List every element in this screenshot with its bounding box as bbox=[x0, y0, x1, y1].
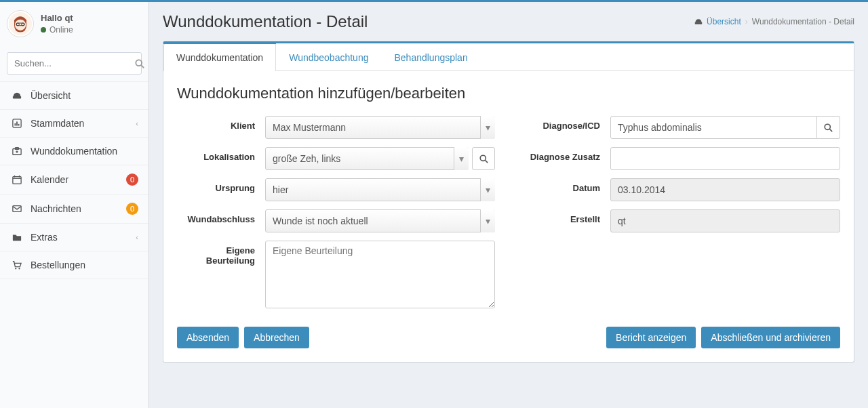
panel: Wunddokumentation Wundbeobachtung Behand… bbox=[163, 41, 854, 363]
kalender-badge: 0 bbox=[126, 174, 138, 186]
svg-rect-11 bbox=[18, 124, 20, 126]
search-icon bbox=[824, 123, 833, 132]
abschliessen-archivieren-button[interactable]: Abschließen und archivieren bbox=[701, 327, 840, 348]
svg-line-25 bbox=[830, 129, 833, 131]
sidebar-search bbox=[0, 45, 149, 81]
tab-wunddokumentation[interactable]: Wunddokumentation bbox=[163, 43, 276, 71]
folder-icon bbox=[10, 232, 24, 242]
nav-uebersicht[interactable]: Übersicht bbox=[0, 82, 149, 109]
abbrechen-button[interactable]: Abbrechen bbox=[244, 327, 309, 348]
chevron-left-icon: ‹ bbox=[136, 233, 138, 241]
lokalisation-search-button[interactable] bbox=[472, 147, 495, 170]
svg-point-24 bbox=[825, 124, 830, 129]
svg-point-20 bbox=[18, 268, 20, 269]
sidebar-nav: Übersicht Stammdaten ‹ Wunddokumentation… bbox=[0, 81, 149, 279]
select-lokalisation[interactable]: große Zeh, links bbox=[265, 147, 469, 170]
nav-nachrichten[interactable]: Nachrichten 0 bbox=[0, 195, 149, 223]
select-ursprung[interactable]: hier bbox=[265, 178, 495, 201]
breadcrumb-home[interactable]: Übersicht bbox=[707, 17, 741, 26]
label-ursprung: Ursprung bbox=[177, 178, 265, 193]
svg-point-22 bbox=[480, 155, 486, 161]
chevron-left-icon: ‹ bbox=[136, 119, 138, 127]
dashboard-icon bbox=[10, 91, 24, 100]
label-diagnose: Diagnose/ICD bbox=[522, 116, 610, 131]
select-klient[interactable]: Max Mustermann bbox=[265, 116, 495, 139]
svg-line-6 bbox=[141, 65, 144, 68]
input-datum[interactable] bbox=[610, 178, 840, 201]
calendar-icon bbox=[10, 175, 24, 184]
page-title: Wunddokumentation - Detail bbox=[163, 12, 368, 31]
content-header: Wunddokumentation - Detail Übersicht › W… bbox=[149, 2, 868, 41]
bar-chart-icon bbox=[10, 119, 24, 128]
search-input[interactable] bbox=[7, 53, 135, 74]
search-button[interactable] bbox=[135, 53, 144, 74]
nav-bestellungen[interactable]: Bestellungen bbox=[0, 251, 149, 279]
input-diagnose-zusatz[interactable] bbox=[610, 147, 840, 170]
diagnose-search-button[interactable] bbox=[817, 116, 840, 139]
label-eigene-beurteilung: Eigene Beurteilung bbox=[177, 241, 265, 266]
label-datum: Datum bbox=[522, 178, 610, 193]
label-klient: Klient bbox=[177, 116, 265, 131]
textarea-eigene-beurteilung[interactable] bbox=[265, 241, 495, 308]
cart-icon bbox=[10, 260, 24, 270]
label-erstellt: Erstellt bbox=[522, 209, 610, 224]
search-icon bbox=[479, 155, 488, 163]
user-greeting: Hallo qt bbox=[41, 13, 73, 23]
nav-wunddokumentation[interactable]: Wunddokumentation bbox=[0, 138, 149, 165]
chevron-right-icon: › bbox=[745, 17, 748, 26]
breadcrumb: Übersicht › Wunddokumentation - Detail bbox=[694, 17, 854, 26]
medkit-icon bbox=[10, 146, 24, 156]
tabs: Wunddokumentation Wundbeobachtung Behand… bbox=[163, 43, 854, 71]
sidebar: Hallo qt Online Übersicht bbox=[0, 2, 149, 408]
svg-point-19 bbox=[15, 268, 16, 269]
button-row: Absenden Abbrechen Bericht anzeigen Absc… bbox=[177, 327, 840, 348]
label-wundabschluss: Wundabschluss bbox=[177, 209, 265, 224]
form-heading: Wunddokumentation hinzufügen/bearbeiten bbox=[177, 85, 840, 102]
label-diagnose-zusatz: Diagnose Zusatz bbox=[522, 147, 610, 162]
status-dot-icon bbox=[41, 27, 46, 33]
absenden-button[interactable]: Absenden bbox=[177, 327, 239, 348]
svg-line-23 bbox=[485, 160, 488, 163]
input-diagnose[interactable] bbox=[610, 116, 817, 139]
svg-rect-21 bbox=[695, 22, 703, 24]
nav-extras[interactable]: Extras ‹ bbox=[0, 224, 149, 251]
envelope-icon bbox=[10, 204, 24, 213]
nav-kalender[interactable]: Kalender 0 bbox=[0, 165, 149, 194]
tab-wundbeobachtung[interactable]: Wundbeobachtung bbox=[276, 43, 381, 71]
svg-rect-18 bbox=[13, 206, 21, 212]
svg-rect-7 bbox=[13, 96, 21, 99]
avatar bbox=[7, 10, 34, 37]
search-icon bbox=[135, 59, 144, 68]
breadcrumb-current: Wunddokumentation - Detail bbox=[752, 17, 854, 26]
input-erstellt bbox=[610, 209, 840, 232]
svg-rect-10 bbox=[16, 121, 18, 125]
select-wundabschluss[interactable]: Wunde ist noch aktuell bbox=[265, 209, 495, 232]
main-content: Wunddokumentation - Detail Übersicht › W… bbox=[149, 2, 868, 408]
tab-behandlungsplan[interactable]: Behandlungsplan bbox=[381, 43, 480, 71]
svg-rect-14 bbox=[13, 177, 21, 184]
nachrichten-badge: 0 bbox=[126, 203, 138, 215]
svg-point-5 bbox=[136, 60, 142, 66]
nav-stammdaten[interactable]: Stammdaten ‹ bbox=[0, 110, 149, 137]
label-lokalisation: Lokalisation bbox=[177, 147, 265, 162]
svg-rect-9 bbox=[15, 123, 16, 126]
dashboard-icon bbox=[694, 18, 703, 26]
user-panel: Hallo qt Online bbox=[0, 2, 149, 45]
user-status: Online bbox=[41, 25, 73, 35]
bericht-anzeigen-button[interactable]: Bericht anzeigen bbox=[606, 327, 696, 348]
